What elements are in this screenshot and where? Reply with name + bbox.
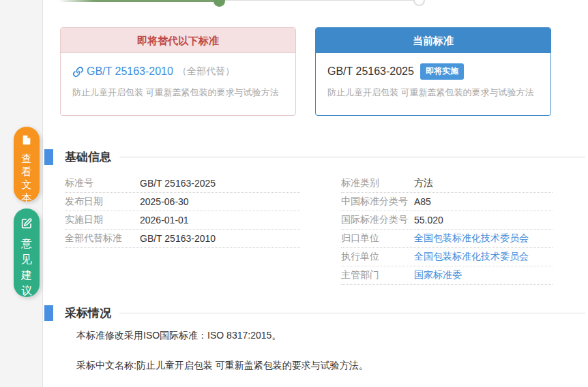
current-standard-description: 防止儿童开启包装 可重新盖紧包装的要求与试验方法 xyxy=(327,87,539,99)
info-label: 中国标准分类号 xyxy=(341,196,414,208)
edit-icon xyxy=(20,217,33,232)
feedback-button[interactable]: 意见建议 xyxy=(14,208,40,297)
basic-info-left-column: 标准号 GB/T 25163-2025 发布日期 2025-06-30 实施日期… xyxy=(65,174,300,285)
replaced-card-header: 即将替代以下标准 xyxy=(61,28,295,53)
table-row: 实施日期 2026-01-01 xyxy=(65,211,300,230)
current-standard-code: GB/T 25163-2025 xyxy=(327,65,414,78)
info-label: 发布日期 xyxy=(65,196,140,208)
standard-cards-row: 即将替代以下标准 GB/T 25163-2010 （全部代替） 防止儿童开启包装… xyxy=(60,27,551,116)
view-text-button[interactable]: 查看文本 xyxy=(14,127,40,202)
info-label: 全部代替标准 xyxy=(65,232,140,245)
section-divider-line xyxy=(119,313,585,313)
info-label: 标准类别 xyxy=(341,177,414,189)
info-value: GB/T 25163-2025 xyxy=(140,178,216,189)
replaced-standard-description: 防止儿童开启包装 可重新盖紧包装的要求与试验方法 xyxy=(72,87,284,99)
adoption-section-header: 采标情况 xyxy=(44,305,585,321)
info-value: GB/T 25163-2010 xyxy=(140,233,216,244)
table-row: 主管部门 国家标准委 xyxy=(341,266,553,285)
table-row: 国际标准分类号 55.020 xyxy=(341,211,553,230)
table-row: 标准类别 方法 xyxy=(341,174,553,193)
section-divider-line xyxy=(119,157,585,157)
info-label: 归口单位 xyxy=(341,232,414,245)
timeline-upcoming-step-circle xyxy=(413,0,425,6)
info-value: 2026-01-01 xyxy=(140,215,189,226)
adoption-chinese-name: 采标中文名称:防止儿童开启包装 可重新盖紧包装的要求与试验方法。 xyxy=(76,360,368,372)
info-label: 主管部门 xyxy=(341,269,414,281)
table-row: 标准号 GB/T 25163-2025 xyxy=(65,174,300,193)
view-text-button-label: 查看文本 xyxy=(20,152,33,204)
info-label: 执行单位 xyxy=(341,251,414,263)
info-value-link[interactable]: 国家标准委 xyxy=(414,269,462,281)
link-icon xyxy=(72,66,84,78)
replaced-standard-card: 即将替代以下标准 GB/T 25163-2010 （全部代替） 防止儿童开启包装… xyxy=(60,27,296,116)
timeline-completed-line xyxy=(59,0,220,2)
current-card-header: 当前标准 xyxy=(316,28,550,53)
section-marker xyxy=(44,149,53,165)
basic-info-section-header: 基础信息 xyxy=(44,149,585,165)
feedback-button-label: 意见建议 xyxy=(20,236,33,298)
replace-type-note: （全部代替） xyxy=(177,65,235,78)
table-row: 中国标准分类号 A85 xyxy=(341,193,553,211)
basic-info-right-column: 标准类别 方法 中国标准分类号 A85 国际标准分类号 55.020 归口单位 … xyxy=(341,174,553,285)
table-row: 归口单位 全国包装标准化技术委员会 xyxy=(341,230,553,248)
status-badge: 即将实施 xyxy=(420,63,464,80)
timeline-current-step-dot xyxy=(214,0,225,7)
info-value: A85 xyxy=(414,196,431,207)
basic-info-title: 基础信息 xyxy=(65,149,111,165)
table-row: 发布日期 2025-06-30 xyxy=(65,193,300,211)
table-row: 执行单位 全国包装标准化技术委员会 xyxy=(341,248,553,266)
info-value-link[interactable]: 全国包装标准化技术委员会 xyxy=(414,251,529,263)
basic-info-grid: 标准号 GB/T 25163-2025 发布日期 2025-06-30 实施日期… xyxy=(65,174,553,285)
section-marker xyxy=(44,305,53,321)
info-label: 国际标准分类号 xyxy=(341,214,414,226)
current-standard-card: 当前标准 GB/T 25163-2025 即将实施 防止儿童开启包装 可重新盖紧… xyxy=(315,27,551,116)
info-value: 方法 xyxy=(414,177,433,189)
info-value: 2025-06-30 xyxy=(140,196,189,207)
info-value-link[interactable]: 全国包装标准化技术委员会 xyxy=(414,232,529,245)
adoption-statement: 本标准修改采用ISO国际标准：ISO 8317:2015。 xyxy=(76,330,281,342)
replaced-standard-link[interactable]: GB/T 25163-2010 xyxy=(87,65,173,78)
timeline-upcoming-line xyxy=(225,0,415,1)
info-label: 标准号 xyxy=(65,177,140,189)
table-row: 全部代替标准 GB/T 25163-2010 xyxy=(65,230,300,248)
info-value: 55.020 xyxy=(414,215,443,226)
document-icon xyxy=(21,134,32,149)
info-label: 实施日期 xyxy=(65,214,140,226)
adoption-title: 采标情况 xyxy=(65,305,111,321)
